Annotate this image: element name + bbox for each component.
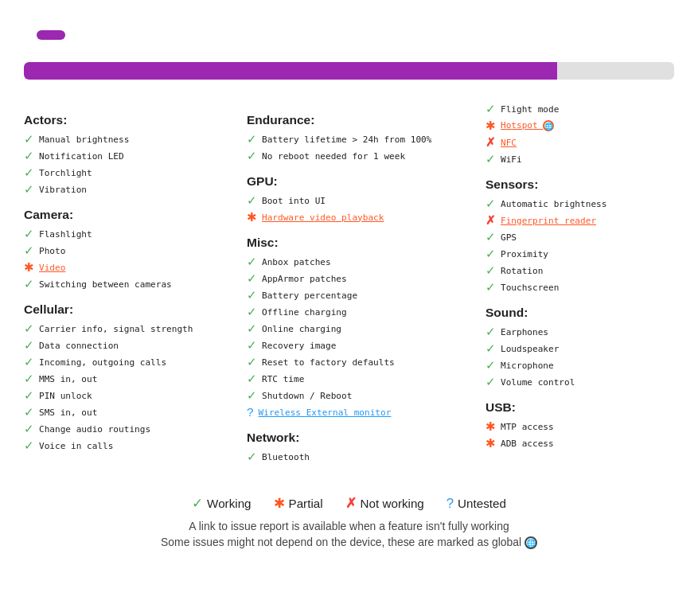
partial-icon: ✱ <box>274 495 285 512</box>
feature-item: ✓Earphones <box>485 325 698 339</box>
feature-item: ✓Offline charging <box>247 305 478 319</box>
feature-item: ✓Data connection <box>24 338 239 353</box>
feature-text: Rotation <box>501 266 543 276</box>
feature-link[interactable]: Hotspot 🌐 <box>501 120 554 131</box>
feature-item: ✓Voice in calls <box>24 439 239 453</box>
working-icon: ✓ <box>24 166 34 180</box>
feature-text: Microphone <box>501 361 554 371</box>
feature-text: MTP access <box>501 422 554 432</box>
feature-text: Boot into UI <box>262 196 326 206</box>
category-label: Camera: <box>24 208 239 222</box>
feature-text: GPS <box>501 232 517 243</box>
feature-item: ✓Volume control <box>485 375 698 389</box>
feature-item: ✓RTC time <box>247 372 478 386</box>
feature-text: No reboot needed for 1 week <box>262 151 405 162</box>
feature-text: Loudspeaker <box>501 344 559 354</box>
feature-link[interactable]: Video <box>39 263 65 273</box>
category-label: Sensors: <box>485 177 698 192</box>
features-grid: Actors:✓Manual brightness✓Notification L… <box>24 102 674 466</box>
feature-text: Offline charging <box>262 307 347 318</box>
feature-item: ✓Anbox patches <box>247 255 478 269</box>
legend-label: Partial <box>289 497 323 510</box>
feature-item: ✓Carrier info, signal strength <box>24 322 239 336</box>
category-label: USB: <box>485 400 698 415</box>
working-icon: ✓ <box>247 193 257 208</box>
feature-item: ✓Photo <box>24 244 239 258</box>
working-icon: ✓ <box>247 271 257 286</box>
feature-text: Carrier info, signal strength <box>39 324 193 334</box>
feature-item: ✱ADB access <box>485 436 698 450</box>
partial-icon: ✱ <box>485 419 496 434</box>
feature-item: ✓Notification LED <box>24 149 239 163</box>
feature-item: ✓WiFi <box>485 152 698 166</box>
feature-link[interactable]: Fingerprint reader <box>501 216 596 226</box>
buy-button[interactable] <box>37 30 65 40</box>
feature-item: ✓Boot into UI <box>247 193 478 208</box>
legend-item-untested: ?Untested <box>446 495 506 512</box>
feature-text: Incoming, outgoing calls <box>39 357 166 368</box>
working-icon: ✓ <box>24 227 34 241</box>
working-icon: ✓ <box>247 132 257 146</box>
feature-item: ✱Video <box>24 260 239 275</box>
feature-text: Anbox patches <box>262 257 331 267</box>
working-icon: ✓ <box>24 439 34 453</box>
feature-item: ✓Online charging <box>247 322 478 336</box>
working-icon: ✓ <box>192 495 203 512</box>
not-working-icon: ✗ <box>485 135 496 150</box>
feature-text: Switching between cameras <box>39 279 172 290</box>
legend-label: Working <box>207 497 251 510</box>
feature-item: ✓PIN unlock <box>24 388 239 403</box>
progress-bar <box>24 62 674 80</box>
working-icon: ✓ <box>247 288 257 302</box>
working-icon: ✓ <box>247 388 257 403</box>
feature-text: Reset to factory defaults <box>262 357 395 368</box>
feature-item: ✓Recovery image <box>247 338 478 353</box>
feature-item: ✓Torchlight <box>24 166 239 180</box>
untested-icon: ? <box>247 405 254 419</box>
feature-item: ✓SMS in, out <box>24 405 239 419</box>
legend-label: Not working <box>361 497 424 510</box>
legend-item-working: ✓Working <box>192 495 251 512</box>
feature-item: ✓Switching between cameras <box>24 277 239 291</box>
category-label: Endurance: <box>247 113 478 127</box>
untested-icon: ? <box>446 496 454 512</box>
working-icon: ✓ <box>485 102 496 116</box>
feature-link[interactable]: NFC <box>501 138 517 148</box>
category-label: Misc: <box>247 236 478 250</box>
feature-item: ✱Hardware video playback <box>247 210 478 224</box>
working-icon: ✓ <box>247 355 257 369</box>
working-icon: ✓ <box>485 152 496 166</box>
feature-text: Automatic brightness <box>501 199 606 209</box>
feature-item: ✓Rotation <box>485 263 698 278</box>
category-label: Network: <box>247 431 478 445</box>
feature-text: Photo <box>39 246 65 256</box>
feature-text: Notification LED <box>39 151 124 162</box>
feature-text: Bluetooth <box>262 452 310 462</box>
feature-item: ✓No reboot needed for 1 week <box>247 149 478 163</box>
feature-text: Battery lifetime > 24h from 100% <box>262 135 431 145</box>
feature-item: ✓AppArmor patches <box>247 271 478 286</box>
footnote-2: Some issues might not depend on the devi… <box>24 536 674 549</box>
feature-link[interactable]: Hardware video playback <box>262 212 384 223</box>
working-icon: ✓ <box>247 305 257 319</box>
working-icon: ✓ <box>247 450 257 464</box>
feature-item: ✓Incoming, outgoing calls <box>24 355 239 369</box>
feature-item: ✓Battery percentage <box>247 288 478 302</box>
feature-item: ✓MMS in, out <box>24 372 239 386</box>
global-icon: 🌐 <box>524 536 537 549</box>
working-icon: ✓ <box>485 280 496 294</box>
legend: ✓Working✱Partial✗Not working?Untested <box>24 495 674 512</box>
feature-text: Earphones <box>501 327 548 337</box>
feature-link[interactable]: Wireless External monitor <box>259 407 392 418</box>
feature-text: Data connection <box>39 341 119 351</box>
feature-text: WiFi <box>501 154 522 165</box>
feature-text: ADB access <box>501 439 554 449</box>
feature-text: Change audio routings <box>39 424 150 435</box>
feature-item: ✓Manual brightness <box>24 132 239 146</box>
working-icon: ✓ <box>24 244 34 258</box>
feature-text: Torchlight <box>39 168 92 178</box>
partial-icon: ✱ <box>24 260 34 275</box>
feature-item: ✓Flight mode <box>485 102 698 116</box>
feature-item: ✓Microphone <box>485 358 698 372</box>
working-icon: ✓ <box>247 255 257 269</box>
